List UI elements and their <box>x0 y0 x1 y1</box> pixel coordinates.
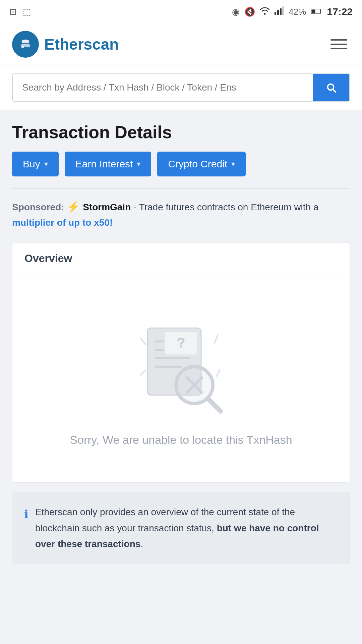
hamburger-line-3 <box>330 48 347 49</box>
info-text: Etherscan only provides an overview of t… <box>35 504 338 552</box>
info-box: ℹ Etherscan only provides an overview of… <box>12 492 350 564</box>
status-bar: ⊡ ⬚ ◉ 🔇 42% <box>0 0 362 23</box>
svg-rect-2 <box>280 8 282 15</box>
svg-line-17 <box>141 370 146 375</box>
action-buttons: Buy ▾ Earn Interest ▾ Crypto Credit ▾ <box>12 152 350 176</box>
svg-rect-0 <box>275 12 276 15</box>
overview-header: Overview <box>12 243 350 274</box>
info-icon: ℹ <box>24 505 28 552</box>
svg-line-16 <box>215 335 218 343</box>
svg-line-15 <box>141 338 146 345</box>
status-time: 17:22 <box>327 6 353 17</box>
search-section <box>0 65 362 110</box>
hamburger-line-2 <box>330 44 347 45</box>
info-text-punctuation: . <box>140 539 143 549</box>
buy-button[interactable]: Buy ▾ <box>12 152 59 176</box>
search-button[interactable] <box>313 74 349 101</box>
empty-state-illustration: ? <box>127 308 235 415</box>
svg-rect-1 <box>277 10 279 15</box>
status-left-icons: ⊡ ⬚ <box>9 7 31 17</box>
sponsored-description: - Trade futures contracts on Ethereum wi… <box>133 202 318 212</box>
crypto-credit-chevron-icon: ▾ <box>231 160 235 168</box>
earn-interest-button[interactable]: Earn Interest ▾ <box>65 152 152 176</box>
svg-line-18 <box>216 370 220 377</box>
empty-state-text: Sorry, We are unable to locate this TxnH… <box>70 431 292 448</box>
overview-title: Overview <box>24 252 72 264</box>
sponsored-section: Sponsored: ⚡ StormGain - Trade futures c… <box>12 198 350 230</box>
stormgain-name: StormGain <box>83 202 131 212</box>
mute-icon: 🔇 <box>244 7 255 17</box>
main-content: Transaction Details Buy ▾ Earn Interest … <box>0 110 362 576</box>
search-input[interactable] <box>13 74 313 101</box>
hamburger-menu-button[interactable] <box>328 37 350 52</box>
svg-line-20 <box>208 398 221 411</box>
logo-area: Etherscan <box>12 31 119 58</box>
page-title: Transaction Details <box>12 122 350 142</box>
multiplier-link[interactable]: multiplier of up to x50! <box>12 217 113 228</box>
search-icon <box>325 82 337 94</box>
header: Etherscan <box>0 23 362 65</box>
wifi-icon <box>260 6 270 17</box>
section-divider <box>12 189 350 189</box>
crypto-credit-label: Crypto Credit <box>168 158 227 170</box>
hamburger-line-1 <box>330 39 347 41</box>
svg-text:?: ? <box>177 335 185 351</box>
svg-rect-3 <box>282 6 284 15</box>
sponsored-label: Sponsored: <box>12 202 64 212</box>
svg-point-7 <box>21 46 24 48</box>
battery-percentage: 42% <box>289 7 306 17</box>
brand-name: Etherscan <box>44 35 119 53</box>
earn-interest-chevron-icon: ▾ <box>137 160 140 168</box>
stormgain-lightning-icon: ⚡ <box>67 201 80 213</box>
search-wrapper <box>12 73 350 102</box>
logo-circle <box>12 31 39 58</box>
crypto-credit-button[interactable]: Crypto Credit ▾ <box>157 152 246 176</box>
earn-interest-label: Earn Interest <box>75 158 133 170</box>
svg-rect-5 <box>312 9 315 13</box>
buy-label: Buy <box>23 158 40 170</box>
overview-card: Overview ? <box>12 243 350 483</box>
location-icon: ◉ <box>232 7 240 17</box>
battery-icon <box>311 7 322 17</box>
overview-body: ? Sorry, We are unable to locate this Tx… <box>12 274 350 482</box>
message-icon: ⊡ <box>9 7 17 17</box>
status-right-icons: ◉ 🔇 42% 17:22 <box>232 6 353 17</box>
image-icon: ⬚ <box>23 7 31 17</box>
signal-icon <box>275 6 284 17</box>
buy-chevron-icon: ▾ <box>44 160 48 168</box>
